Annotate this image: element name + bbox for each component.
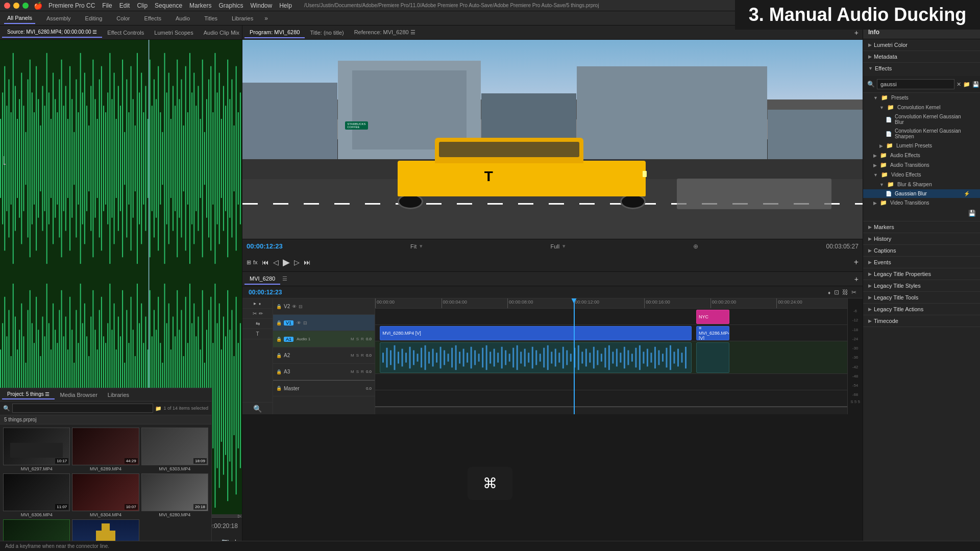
tab-program[interactable]: Program: MVI_6280 [244, 27, 305, 38]
menu-app[interactable]: Premiere Pro CC [48, 2, 95, 9]
tree-video-transitions[interactable]: ▶ 📁 Video Transitions [863, 198, 980, 208]
track-eye-v2[interactable]: 👁 [292, 304, 297, 309]
tl-tool-select[interactable]: ▸ [254, 300, 256, 306]
section-title-legacy-styles[interactable]: ▶ Legacy Title Styles [863, 280, 980, 291]
tl-tool-slip[interactable]: ⇆ [256, 321, 260, 327]
clip-mvi6286-v[interactable]: ≡ MVI_6286.MP4 [V] [696, 326, 729, 340]
track-selector-a1[interactable]: A1 [284, 337, 293, 342]
tab-media-browser[interactable]: Media Browser [55, 390, 102, 399]
maximize-button[interactable] [22, 3, 29, 9]
track-mute-a1[interactable]: M [351, 337, 354, 341]
program-timecode[interactable]: 00:00:12:23 [247, 242, 283, 250]
proj-item-mvi6306[interactable]: 11:07 MVI_6306.MP4 [3, 473, 70, 517]
prog-step-back[interactable]: ◁ [273, 258, 279, 266]
tab-reference[interactable]: Reference: MVI_6280 ☰ [349, 27, 421, 38]
menu-help[interactable]: Help [279, 2, 292, 9]
track-lock-a1[interactable]: 🔒 [276, 337, 282, 342]
prog-play[interactable]: ▶ [283, 257, 290, 268]
prog-step-fwd[interactable]: ▷ [294, 258, 300, 266]
workspace-audio[interactable]: Audio [173, 13, 193, 23]
effects-search-clear[interactable]: ✕ [957, 81, 961, 88]
track-solo-a3[interactable]: S [356, 369, 359, 374]
workspace-more[interactable]: » [264, 15, 268, 22]
menu-markers[interactable]: Markers [189, 2, 211, 9]
effects-new-folder[interactable]: 📁 [963, 81, 970, 88]
effects-save-bottom[interactable]: 💾 [968, 210, 976, 217]
timeline-add-panel[interactable]: + [854, 275, 859, 283]
tree-audio-effects[interactable]: ▶ 📁 Audio Effects [863, 151, 980, 160]
clip-nyc[interactable]: NYC [696, 310, 729, 324]
track-clips-a1[interactable] [375, 341, 847, 374]
minimize-button[interactable] [13, 3, 19, 9]
tree-conv-gaussian-blur[interactable]: 📄 Convolution Kernel Gaussian Blur [863, 112, 980, 127]
workspace-titles[interactable]: Titles [201, 13, 220, 23]
workspace-libraries[interactable]: Libraries [229, 13, 256, 23]
tl-tool-pen[interactable]: ✏ [259, 311, 263, 316]
timeline-ruler[interactable]: 00:00:00 00:00:04:00 00:00:08:00 00:00:1… [375, 298, 847, 309]
tab-audio-clip-mixer[interactable]: Audio Clip Mix [199, 28, 244, 38]
clip-mvi6280-v[interactable]: MVI_6280.MP4 [V] [380, 326, 692, 340]
tl-add-marker[interactable]: ⬧ [827, 289, 831, 296]
track-sync-v1[interactable]: ⊟ [303, 320, 307, 325]
effects-save[interactable]: 💾 [972, 81, 979, 88]
tab-title[interactable]: Title: (no title) [305, 28, 349, 38]
tab-libraries[interactable]: Libraries [103, 390, 134, 399]
tree-blur-sharpen[interactable]: ▼ 📁 Blur & Sharpen [863, 180, 980, 189]
proj-item-mvi6297[interactable]: 10:17 MVI_6297.MP4 [3, 428, 70, 471]
section-title-legacy-props[interactable]: ▶ Legacy Title Properties [863, 268, 980, 280]
section-title-metadata[interactable]: ▶ Metadata [863, 51, 980, 62]
workspace-assembly[interactable]: Assembly [43, 13, 74, 23]
track-eye-v1[interactable]: 👁 [297, 320, 301, 325]
menu-clip[interactable]: Clip [137, 2, 148, 9]
track-mute-a2[interactable]: M [351, 353, 354, 358]
section-title-events[interactable]: ▶ Events [863, 257, 980, 268]
menu-sequence[interactable]: Sequence [155, 2, 182, 9]
track-mute-a3[interactable]: M [351, 369, 354, 374]
track-solo-a1[interactable]: S [356, 337, 359, 341]
prog-jump-end[interactable]: ⏭ [304, 258, 311, 266]
clip-audio-main[interactable] [380, 342, 692, 373]
track-rec-a2[interactable]: R [361, 353, 364, 358]
section-title-legacy-actions[interactable]: ▶ Legacy Title Actions [863, 304, 980, 315]
program-zoom-select[interactable]: Full [550, 243, 559, 249]
track-rec-a3[interactable]: R [361, 369, 364, 374]
section-title-lumetri[interactable]: ▶ Lumetri Color [863, 39, 980, 51]
prog-jump-start[interactable]: ⏮ [262, 258, 269, 266]
prog-safe-margins[interactable]: ⊞ [247, 259, 251, 266]
clip-audio-second[interactable] [696, 342, 729, 373]
track-clips-v2[interactable]: NYC [375, 309, 847, 325]
prog-global-fx[interactable]: fx [253, 259, 258, 265]
track-clips-a2[interactable] [375, 374, 847, 390]
section-title-effects[interactable]: ▼ Effects [863, 63, 980, 74]
proj-item-mvi6303[interactable]: 18:09 MVI_6303.MP4 [141, 428, 208, 471]
workspace-effects[interactable]: Effects [141, 13, 164, 23]
tree-gaussian-blur[interactable]: 📄 Gaussian Blur ⚡ [863, 189, 980, 198]
track-solo-a2[interactable]: S [356, 353, 359, 358]
menu-window[interactable]: Window [250, 2, 272, 9]
tab-lumetri-scopes[interactable]: Lumetri Scopes [149, 28, 198, 38]
section-title-timecode[interactable]: ▶ Timecode [863, 315, 980, 327]
prog-add-panel[interactable]: + [854, 258, 859, 267]
section-title-history[interactable]: ▶ History [863, 233, 980, 244]
apple-menu[interactable]: 🍎 [34, 2, 42, 10]
menu-graphics[interactable]: Graphics [218, 2, 243, 9]
tl-linked-select[interactable]: ⛓ [842, 289, 848, 296]
tl-snap[interactable]: ⊡ [834, 289, 839, 296]
track-lock-v2[interactable]: 🔒 [276, 304, 282, 309]
tree-convolution-kernel[interactable]: ▼ 📁 Convolution Kernel [863, 103, 980, 112]
track-lock-v1[interactable]: 🔒 [276, 320, 282, 325]
tl-razor[interactable]: ✂ [851, 289, 856, 296]
workspace-color[interactable]: Color [113, 13, 133, 23]
menu-edit[interactable]: Edit [119, 2, 130, 9]
section-title-markers[interactable]: ▶ Markers [863, 221, 980, 233]
workspace-all-panels[interactable]: All Panels [4, 13, 35, 24]
workspace-editing[interactable]: Editing [82, 13, 106, 23]
proj-item-mvi6289[interactable]: 44:29 MVI_6289.MP4 [72, 428, 139, 471]
track-lock-master[interactable]: 🔒 [276, 386, 282, 391]
tl-tool-ripple[interactable]: ⬧ [258, 300, 261, 306]
tl-tool-pen2[interactable]: T [256, 331, 259, 337]
track-rec-a1[interactable]: R [361, 337, 364, 341]
track-sync-v2[interactable]: ⊟ [299, 304, 303, 309]
tree-presets[interactable]: ▼ 📁 Presets [863, 93, 980, 103]
track-clips-a3[interactable] [375, 390, 847, 407]
